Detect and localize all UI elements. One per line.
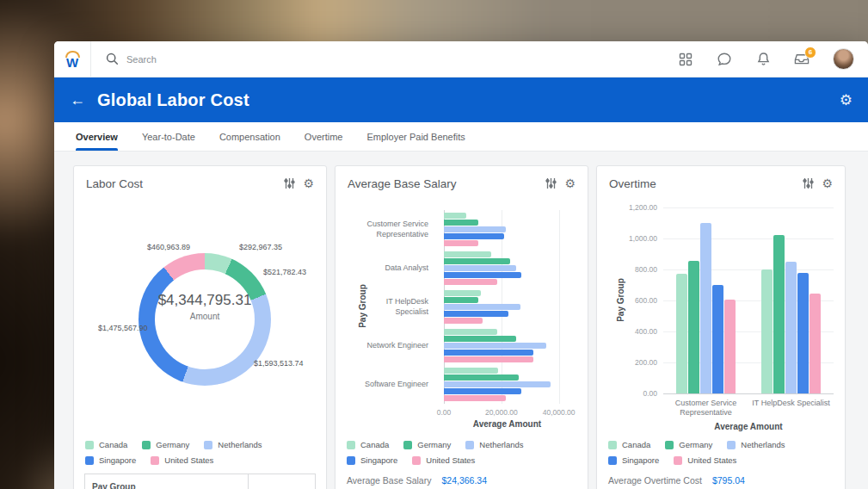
legend-singapore[interactable]: Singapore <box>85 455 136 465</box>
chart-config-sliders-icon[interactable] <box>803 177 814 189</box>
legend-netherlands[interactable]: Netherlands <box>465 440 523 449</box>
tab-overtime[interactable]: Overtime <box>305 122 343 151</box>
bar-canada[interactable] <box>444 213 466 219</box>
tab-employer-paid-benefits[interactable]: Employer Paid Benefits <box>366 122 465 151</box>
page-settings-gear-icon[interactable]: ⚙ <box>840 91 853 109</box>
legend-canada[interactable]: Canada <box>85 440 127 449</box>
bar-singapore[interactable] <box>712 285 723 393</box>
chart-config-sliders-icon[interactable] <box>284 177 295 189</box>
workday-logo[interactable]: W <box>54 41 91 77</box>
category-data-analyst: Data Analyst <box>361 249 437 288</box>
legend-germany[interactable]: Germany <box>142 440 189 449</box>
legend-label: Netherlands <box>479 440 523 449</box>
legend-swatch <box>608 441 617 449</box>
legend-canada[interactable]: Canada <box>347 440 389 449</box>
bar-germany[interactable] <box>444 220 478 226</box>
bar-group-it-helpdesk-specialist <box>748 207 834 393</box>
bar-united-states[interactable] <box>810 294 821 393</box>
bar-canada[interactable] <box>761 269 773 393</box>
legend-singapore[interactable]: Singapore <box>347 455 397 465</box>
bar-group-customer-service-representative <box>444 210 570 249</box>
bar-germany[interactable] <box>444 258 510 264</box>
legend-netherlands[interactable]: Netherlands <box>727 440 785 449</box>
bar-singapore[interactable] <box>444 311 508 317</box>
labor-cost-table: Pay Group <box>84 474 316 489</box>
card-gear-icon[interactable]: ⚙ <box>303 176 314 190</box>
profile-avatar[interactable] <box>833 48 854 70</box>
legend-united-states[interactable]: United States <box>151 455 213 465</box>
table-col-pay-group: Pay Group <box>85 474 248 489</box>
legend-label: United States <box>426 455 475 465</box>
bar-germany[interactable] <box>688 261 699 393</box>
gridline <box>663 393 834 394</box>
bar-germany[interactable] <box>444 297 478 303</box>
legend-united-states[interactable]: United States <box>674 455 736 465</box>
bar-netherlands[interactable] <box>444 381 551 387</box>
chat-icon[interactable] <box>717 52 732 67</box>
average-base-salary-card: Average Base Salary ⚙ Pay Group Customer… <box>335 165 588 489</box>
bar-canada[interactable] <box>444 290 481 296</box>
bar-canada[interactable] <box>444 368 498 374</box>
bar-netherlands[interactable] <box>444 226 506 232</box>
footer-label: Average Overtime Cost <box>608 475 702 486</box>
bar-united-states[interactable] <box>444 240 478 246</box>
notifications-bell-icon[interactable] <box>755 52 771 67</box>
search-input[interactable]: Search <box>91 41 678 77</box>
legend-label: United States <box>687 455 736 465</box>
chart-config-sliders-icon[interactable] <box>545 177 557 189</box>
legend-netherlands[interactable]: Netherlands <box>204 440 262 449</box>
bar-canada[interactable] <box>444 251 491 257</box>
overtime-card: Overtime ⚙ Pay Group 1,200.001,000.00800… <box>596 165 846 489</box>
legend-label: Singapore <box>99 455 136 465</box>
legend-label: Canada <box>360 440 389 449</box>
legend-germany[interactable]: Germany <box>665 440 712 449</box>
apps-grid-icon[interactable] <box>678 52 693 67</box>
bar-united-states[interactable] <box>444 356 533 362</box>
bar-canada[interactable] <box>676 274 687 394</box>
bar-singapore[interactable] <box>797 273 809 393</box>
legend-label: Netherlands <box>741 440 785 449</box>
bar-groups <box>663 207 834 393</box>
topbar-icons: 6 <box>678 41 868 77</box>
bar-singapore[interactable] <box>444 350 533 356</box>
bar-germany[interactable] <box>444 374 519 381</box>
inbox-icon[interactable]: 6 <box>794 52 810 67</box>
legend-germany[interactable]: Germany <box>403 440 451 449</box>
back-arrow-icon[interactable]: ← <box>70 92 85 108</box>
bar-singapore[interactable] <box>444 233 504 239</box>
tab-year-to-date[interactable]: Year-to-Date <box>142 122 195 151</box>
category-labels: Customer Service RepresentativeData Anal… <box>361 210 437 404</box>
bar-germany[interactable] <box>444 336 516 342</box>
bar-singapore[interactable] <box>444 388 521 394</box>
donut-label-canada: $292,967.35 <box>239 243 282 251</box>
footer-value-link[interactable]: $795.04 <box>712 475 745 486</box>
bar-netherlands[interactable] <box>700 223 711 393</box>
bar-netherlands[interactable] <box>444 343 546 349</box>
app-window: W Search 6 ← Global L <box>54 41 868 489</box>
bar-netherlands[interactable] <box>444 304 520 310</box>
card-title: Labor Cost <box>86 177 284 190</box>
legend-swatch <box>403 441 412 449</box>
legend-canada[interactable]: Canada <box>608 440 650 449</box>
bar-netherlands[interactable] <box>785 262 797 393</box>
tab-overview[interactable]: Overview <box>76 122 118 151</box>
bar-group-software-engineer <box>444 365 570 404</box>
card-gear-icon[interactable]: ⚙ <box>564 176 576 190</box>
footer-value-link[interactable]: $24,366.34 <box>441 475 487 486</box>
bar-canada[interactable] <box>444 329 497 335</box>
legend-singapore[interactable]: Singapore <box>608 455 659 465</box>
bar-germany[interactable] <box>773 235 785 394</box>
category-labels: Customer Service RepresentativeIT HelpDe… <box>663 399 834 418</box>
legend-swatch <box>465 441 474 449</box>
tab-compensation[interactable]: Compensation <box>219 122 280 151</box>
bar-united-states[interactable] <box>724 300 736 393</box>
bar-united-states[interactable] <box>444 395 506 401</box>
bar-united-states[interactable] <box>444 279 497 285</box>
labor-cost-card: Labor Cost ⚙ $4,344,795.31 Amount $292,9… <box>73 165 327 489</box>
bar-united-states[interactable] <box>444 318 483 324</box>
card-header: Average Base Salary ⚙ <box>336 166 588 201</box>
legend-united-states[interactable]: United States <box>412 455 475 465</box>
card-gear-icon[interactable]: ⚙ <box>822 176 833 190</box>
bar-netherlands[interactable] <box>444 265 516 271</box>
bar-singapore[interactable] <box>444 272 521 278</box>
